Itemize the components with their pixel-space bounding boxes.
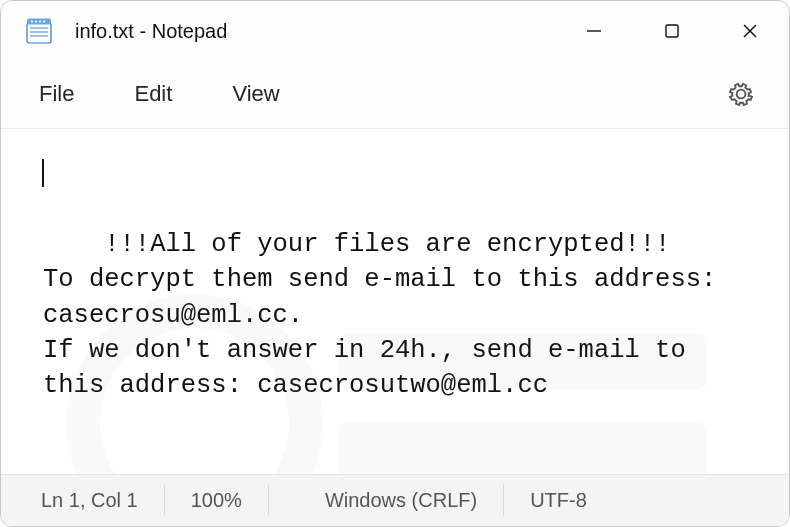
- status-position[interactable]: Ln 1, Col 1: [1, 484, 165, 516]
- svg-point-6: [35, 21, 37, 23]
- text-editor[interactable]: !!!All of your files are encrypted!!! To…: [1, 129, 789, 474]
- svg-rect-0: [27, 23, 51, 43]
- svg-point-8: [43, 21, 45, 23]
- gear-icon: [727, 80, 755, 108]
- notepad-window: info.txt - Notepad File Edit View: [0, 0, 790, 527]
- status-encoding[interactable]: UTF-8: [504, 484, 613, 516]
- settings-button[interactable]: [719, 72, 763, 116]
- status-zoom[interactable]: 100%: [165, 484, 269, 516]
- svg-rect-10: [666, 25, 678, 37]
- close-button[interactable]: [711, 1, 789, 61]
- menu-edit[interactable]: Edit: [114, 71, 204, 117]
- svg-point-5: [31, 21, 33, 23]
- notepad-icon: [23, 15, 55, 47]
- text-caret: [42, 159, 44, 187]
- window-title: info.txt - Notepad: [75, 20, 227, 43]
- maximize-button[interactable]: [633, 1, 711, 61]
- titlebar[interactable]: info.txt - Notepad: [1, 1, 789, 61]
- status-line-ending[interactable]: Windows (CRLF): [299, 484, 504, 516]
- menu-file[interactable]: File: [19, 71, 106, 117]
- statusbar: Ln 1, Col 1 100% Windows (CRLF) UTF-8: [1, 474, 789, 526]
- menu-view[interactable]: View: [212, 71, 311, 117]
- svg-rect-15: [339, 422, 706, 473]
- minimize-button[interactable]: [555, 1, 633, 61]
- editor-content: !!!All of your files are encrypted!!! To…: [43, 230, 732, 400]
- menubar: File Edit View: [1, 61, 789, 129]
- svg-point-7: [39, 21, 41, 23]
- window-controls: [555, 1, 789, 61]
